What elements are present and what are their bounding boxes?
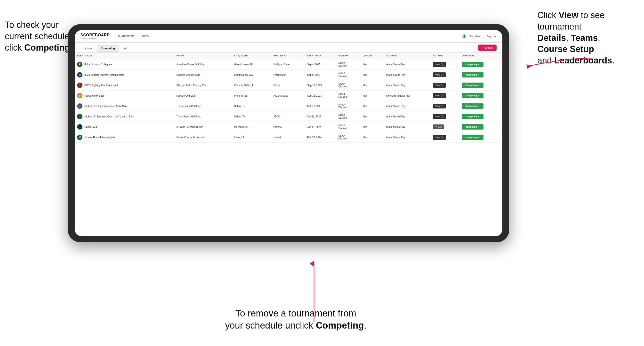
info-icon: i — [441, 84, 444, 86]
view-button[interactable]: View i — [433, 83, 446, 88]
powered-by: Powered by clippi — [80, 37, 110, 39]
arrow-right-view — [518, 53, 596, 73]
division-cell-6: NCAADivision I — [336, 122, 360, 132]
scoring-cell-5: team, Match Play — [384, 111, 431, 122]
actions-cell-7[interactable]: View i — [430, 132, 459, 143]
table-header-row: Event Name Venue City, State Hosted By S… — [75, 52, 502, 59]
tab-all[interactable]: All — [120, 45, 131, 52]
competing-cell-7[interactable]: Competing — [459, 132, 502, 143]
nav-teams[interactable]: Teams — [140, 33, 149, 39]
gender-cell-5: Men — [360, 111, 384, 122]
start-date-cell-7: Feb 15, 2024 — [305, 132, 336, 143]
actions-cell-6[interactable]: ✏ Edit — [430, 122, 459, 132]
gender-cell-3: Men — [360, 91, 384, 101]
tabs-left: Home Competing All — [80, 45, 131, 52]
edit-button[interactable]: ✏ Edit — [433, 125, 444, 129]
tab-home[interactable]: Home — [80, 45, 96, 52]
user-name: Test User — [470, 35, 480, 38]
event-name-cell-0: F Folds of Honor Collegiate — [75, 59, 174, 70]
competing-button[interactable]: Competing — [462, 135, 484, 140]
division-cell-0: NCAADivision I — [336, 59, 360, 70]
gender-cell-7: Men — [360, 132, 384, 143]
division-cell-3: NCAADivision I — [336, 91, 360, 101]
view-button[interactable]: View i — [433, 93, 446, 98]
competing-button[interactable]: Competing — [462, 62, 484, 67]
tab-competing[interactable]: Competing — [97, 45, 119, 52]
gender-cell-6: Men — [360, 122, 384, 132]
col-event-name: Event Name — [75, 52, 174, 59]
team-logo: J — [77, 103, 82, 109]
info-icon: i — [441, 94, 444, 97]
competing-button[interactable]: Competing — [462, 103, 484, 109]
division-cell-1: NCAADivision I — [336, 70, 360, 80]
navbar-right: 👤 Test User Sign out — [462, 34, 496, 38]
sign-out-link[interactable]: Sign out — [487, 35, 496, 38]
actions-cell-4[interactable]: View i — [430, 101, 459, 111]
event-name-cell-6: A Copper Cup — [75, 122, 174, 132]
nav-tournaments[interactable]: Tournaments — [118, 33, 134, 39]
event-name-text: John A. Burns Intercollegiate — [84, 136, 115, 139]
scoring-cell-4: team, Stroke Play — [384, 101, 431, 111]
city-state-cell-0: Grand Haven, MI — [232, 59, 271, 70]
actions-cell-1[interactable]: View i — [430, 70, 459, 80]
venue-cell-4: Trinity Forest Golf Club — [174, 101, 232, 111]
actions-cell-5[interactable]: View i — [430, 111, 459, 122]
division-cell-2: NCAADivision I — [336, 80, 360, 91]
tabs-bar: Home Competing All + Create — [75, 43, 502, 52]
actions-cell-3[interactable]: View i — [430, 91, 459, 101]
competing-button[interactable]: Competing — [462, 72, 484, 77]
event-name-cell-5: J Jackson T. Stephens Cup – Men's Match … — [75, 111, 174, 122]
event-name-cell-7: H John A. Burns Intercollegiate — [75, 132, 174, 143]
tournaments-table: Event Name Venue City, State Hosted By S… — [75, 52, 502, 143]
competing-button[interactable]: Competing — [462, 83, 484, 88]
actions-cell-2[interactable]: View i — [430, 80, 459, 91]
team-logo: I — [77, 83, 82, 88]
table-row: A Copper Cup Ak-Chin Southern DunesMaric… — [75, 122, 502, 132]
create-button[interactable]: + Create — [478, 44, 496, 51]
col-actions: Actions — [430, 52, 459, 59]
competing-cell-2[interactable]: Competing — [459, 80, 502, 91]
table-container: Event Name Venue City, State Hosted By S… — [75, 52, 502, 236]
competing-button[interactable]: Competing — [462, 93, 484, 98]
nav-links: Tournaments Teams — [118, 33, 149, 39]
competing-cell-6[interactable]: Competing — [459, 122, 502, 132]
competing-button[interactable]: Competing — [462, 124, 484, 130]
start-date-cell-3: Sep 18, 2023 — [305, 91, 336, 101]
venue-cell-3: Papago Golf Club — [174, 91, 232, 101]
view-button[interactable]: View i — [433, 114, 446, 119]
tablet-screen: SCOREBOARD Powered by clippi Tournaments… — [75, 30, 502, 236]
event-name-text: OFCC Fighting Illini Invitational — [84, 84, 118, 87]
start-date-cell-6: Jan 14, 2024 — [305, 122, 336, 132]
competing-cell-3[interactable]: Competing — [459, 91, 502, 101]
hosted-by-cell-1: Washington — [271, 70, 305, 80]
venue-cell-7: Ocean Course At Hokuala — [174, 132, 232, 143]
event-name-cell-3: P Papago Individual — [75, 91, 174, 101]
division-cell-5: NCAADivision I — [336, 111, 360, 122]
team-logo: W — [77, 72, 82, 77]
info-icon: i — [441, 63, 444, 66]
division-cell-4: NCAADivision I — [336, 101, 360, 111]
competing-cell-1[interactable]: Competing — [459, 70, 502, 80]
col-gender: Gender — [360, 52, 384, 59]
event-name-cell-2: I OFCC Fighting Illini Invitational — [75, 80, 174, 91]
competing-button[interactable]: Competing — [462, 114, 484, 119]
table-row: J Jackson T. Stephens Cup – Stroke Play … — [75, 101, 502, 111]
city-state-cell-7: Lihue, HI — [232, 132, 271, 143]
col-division: Division — [336, 52, 360, 59]
view-button[interactable]: View i — [433, 135, 446, 140]
view-button[interactable]: View i — [433, 62, 446, 67]
tablet-frame: SCOREBOARD Powered by clippi Tournaments… — [68, 24, 509, 242]
event-name-cell-1: W 2023 Sahalee Players Championship — [75, 70, 174, 80]
view-button[interactable]: View i — [433, 72, 446, 77]
start-date-cell-1: Sep 9, 2023 — [305, 70, 336, 80]
competing-cell-5[interactable]: Competing — [459, 111, 502, 122]
table-row: H John A. Burns Intercollegiate Ocean Co… — [75, 132, 502, 143]
view-button[interactable]: View i — [433, 104, 446, 109]
competing-cell-0[interactable]: Competing — [459, 59, 502, 70]
col-start-date: Start Date — [305, 52, 336, 59]
competing-cell-4[interactable]: Competing — [459, 101, 502, 111]
hosted-by-cell-0: Michigan State — [271, 59, 305, 70]
hosted-by-cell-4 — [271, 101, 305, 111]
actions-cell-0[interactable]: View i — [430, 59, 459, 70]
table-row: P Papago Individual Papago Golf ClubPhoe… — [75, 91, 502, 101]
